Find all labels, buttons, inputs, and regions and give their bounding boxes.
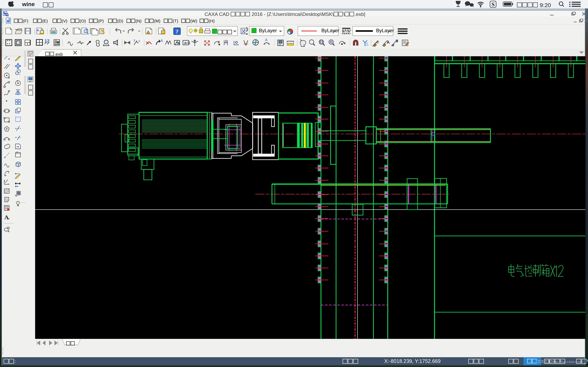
svg-text:A: A (160, 39, 163, 43)
svg-text:A: A (265, 38, 268, 42)
svg-text:a=1: a=1 (184, 41, 190, 45)
svg-text:?: ? (176, 28, 178, 35)
svg-text:T: T (57, 41, 60, 46)
svg-text:A: A (387, 40, 389, 44)
svg-text:S: S (492, 1, 495, 8)
svg-text:x: x (138, 39, 140, 43)
svg-text:B: B (225, 40, 227, 43)
svg-text:y: y (134, 38, 135, 42)
svg-text:A: A (176, 40, 179, 44)
svg-text:A: A (4, 214, 9, 221)
